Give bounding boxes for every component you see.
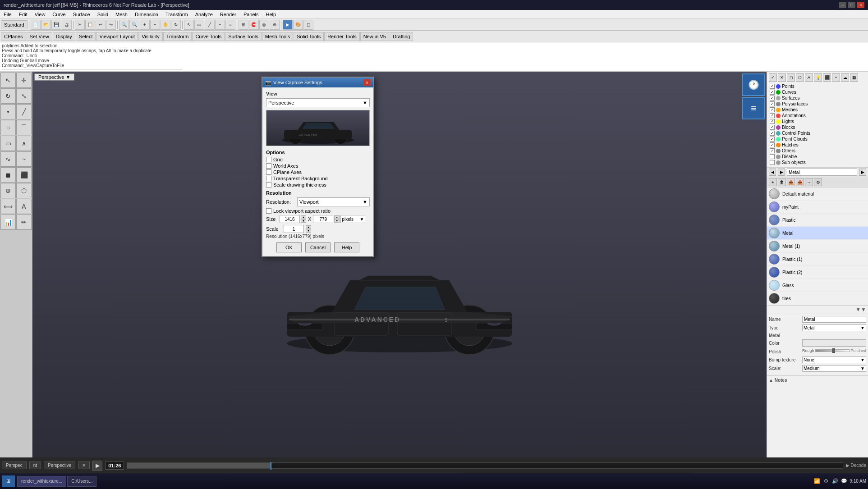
layer-annotations[interactable]: ✓ Annotations bbox=[769, 113, 866, 119]
minimize-button[interactable]: − bbox=[839, 2, 846, 8]
mat-search-input[interactable] bbox=[787, 169, 857, 176]
mat-nav-go[interactable]: ▶ bbox=[859, 169, 866, 176]
mat-export-icon[interactable]: 📤 bbox=[796, 178, 804, 186]
toolbar-new-v5[interactable]: New in V5 bbox=[360, 32, 389, 41]
viewport-area[interactable]: Perspective ▼ bbox=[32, 72, 767, 489]
sb-rect[interactable]: ▭ bbox=[0, 136, 16, 151]
tb-gumball[interactable]: ⊕ bbox=[270, 20, 280, 30]
menu-solid[interactable]: Solid bbox=[94, 10, 112, 18]
tray-gear-icon[interactable]: ⚙ bbox=[822, 478, 830, 485]
menu-file[interactable]: File bbox=[0, 10, 15, 18]
toolbar-select[interactable]: Select bbox=[76, 32, 96, 41]
mat-options-icon[interactable]: ⚙ bbox=[814, 178, 822, 186]
layers-light-icon[interactable]: 💡 bbox=[814, 73, 822, 82]
menu-transform[interactable]: Transform bbox=[162, 10, 192, 18]
sb-line[interactable]: ╱ bbox=[16, 104, 32, 119]
mat-metal[interactable]: Metal bbox=[767, 227, 868, 240]
menu-render[interactable]: Render bbox=[216, 10, 240, 18]
tb-point[interactable]: • bbox=[215, 20, 225, 30]
layers-check-icon[interactable]: ✓ bbox=[769, 73, 777, 82]
tb-circle[interactable]: ○ bbox=[225, 20, 235, 30]
menu-panels[interactable]: Panels bbox=[240, 10, 262, 18]
mat-plastic2[interactable]: Plastic (2) bbox=[767, 266, 868, 279]
toolbar-display[interactable]: Display bbox=[53, 32, 75, 41]
layer-blocks[interactable]: ✓ Blocks bbox=[769, 124, 866, 130]
sb-curve[interactable]: ∿ bbox=[0, 151, 16, 167]
toolbar-cplanes[interactable]: CPlanes bbox=[1, 32, 26, 41]
dialog-cb-grid-box[interactable] bbox=[266, 157, 271, 162]
tb-open[interactable]: 📂 bbox=[41, 20, 51, 30]
layer-points-checkbox[interactable]: ✓ bbox=[770, 84, 775, 89]
tb-zoom-in[interactable]: + bbox=[140, 20, 150, 30]
sb-text[interactable]: A bbox=[16, 199, 32, 214]
dialog-view-dropdown[interactable]: Perspective ▼ bbox=[266, 98, 370, 107]
dialog-width-up[interactable]: ▲ bbox=[301, 215, 306, 219]
mat-default[interactable]: Default material bbox=[767, 187, 868, 201]
prop-color-swatch[interactable] bbox=[802, 339, 866, 347]
layer-surfaces-checkbox[interactable]: ✓ bbox=[770, 96, 775, 101]
tb-zoom-out[interactable]: − bbox=[150, 20, 160, 30]
dialog-scale-input[interactable] bbox=[284, 225, 304, 233]
layers-block-icon[interactable]: ⬛ bbox=[823, 73, 831, 82]
dialog-cb-world-box[interactable] bbox=[266, 163, 271, 169]
toolbar-mesh-tools[interactable]: Mesh Tools bbox=[262, 32, 293, 41]
prop-type-dropdown[interactable]: Metal ▼ bbox=[802, 324, 866, 331]
dialog-close-button[interactable]: × bbox=[363, 79, 371, 86]
layer-pointclouds-checkbox[interactable]: ✓ bbox=[770, 137, 775, 142]
dialog-height-up[interactable]: ▲ bbox=[334, 215, 340, 219]
menu-help[interactable]: Help bbox=[262, 10, 280, 18]
float-clock-btn[interactable]: 🕐 bbox=[742, 73, 765, 96]
viewport-label[interactable]: Perspective ▼ bbox=[34, 73, 74, 81]
layer-curves-checkbox[interactable]: ✓ bbox=[770, 90, 775, 95]
sb-move[interactable]: ✛ bbox=[16, 73, 32, 88]
menu-mesh[interactable]: Mesh bbox=[112, 10, 131, 18]
tb-undo[interactable]: ↩ bbox=[96, 20, 106, 30]
mat-nav-forward[interactable]: ▶ bbox=[778, 169, 785, 176]
polish-handle[interactable] bbox=[832, 348, 835, 353]
tb-rotate[interactable]: ↻ bbox=[171, 20, 181, 30]
layer-others-checkbox[interactable]: ✓ bbox=[770, 148, 775, 153]
dialog-width-input[interactable] bbox=[280, 215, 300, 223]
layer-meshes-checkbox[interactable]: ✓ bbox=[770, 107, 775, 112]
tb-line[interactable]: ╱ bbox=[205, 20, 215, 30]
mat-mypaint[interactable]: myPaint bbox=[767, 201, 868, 214]
layer-polysurfaces-checkbox[interactable]: ✓ bbox=[770, 101, 775, 106]
toolbar-viewport-layout[interactable]: Viewport Layout bbox=[96, 32, 138, 41]
sb-polyline[interactable]: ∧ bbox=[16, 136, 32, 151]
menu-surface[interactable]: Surface bbox=[69, 10, 94, 18]
toolbar-curve-tools[interactable]: Curve Tools bbox=[192, 32, 225, 41]
layer-polysurfaces[interactable]: ✓ Polysurfaces bbox=[769, 101, 866, 107]
layer-lights-checkbox[interactable]: ✓ bbox=[770, 119, 775, 124]
toolbar-surface-tools[interactable]: Surface Tools bbox=[225, 32, 261, 41]
layers-mesh-icon[interactable]: ⬡ bbox=[796, 73, 804, 82]
prop-scale-dropdown[interactable]: Medium ▼ bbox=[802, 365, 866, 372]
tray-volume-icon[interactable]: 🔊 bbox=[831, 478, 839, 485]
close-button[interactable]: × bbox=[857, 2, 864, 8]
float-layers-btn[interactable]: ≡ bbox=[742, 97, 765, 119]
sb-circle[interactable]: ○ bbox=[0, 120, 16, 135]
tb-osnap[interactable]: ◎ bbox=[259, 20, 269, 30]
mat-add-icon[interactable]: + bbox=[769, 178, 777, 186]
layers-surface-icon[interactable]: ◻ bbox=[787, 73, 795, 82]
mat-metal1[interactable]: Metal (1) bbox=[767, 240, 868, 253]
sb-surface[interactable]: ◼ bbox=[0, 167, 16, 183]
toolbar-setview[interactable]: Set View bbox=[27, 32, 52, 41]
sb-scale[interactable]: ⤡ bbox=[16, 88, 32, 104]
tb-redo[interactable]: ↪ bbox=[106, 20, 116, 30]
menu-edit[interactable]: Edit bbox=[15, 10, 31, 18]
layer-hatches-checkbox[interactable]: ✓ bbox=[770, 142, 775, 147]
dialog-help-button[interactable]: Help bbox=[334, 242, 359, 252]
sb-point[interactable]: • bbox=[0, 104, 16, 119]
sb-arc[interactable]: ⌒ bbox=[16, 120, 32, 135]
menu-dimension[interactable]: Dimension bbox=[131, 10, 162, 18]
dialog-cancel-button[interactable]: Cancel bbox=[305, 242, 331, 252]
taskbar-start-btn[interactable]: ⊞ bbox=[2, 475, 15, 487]
layer-control-points[interactable]: ✓ Control Points bbox=[769, 130, 866, 136]
mat-delete-icon[interactable]: 🗑 bbox=[778, 178, 786, 186]
dialog-cb-cplane-box[interactable] bbox=[266, 169, 271, 175]
toolbar-transform[interactable]: Transform bbox=[163, 32, 192, 41]
mat-import-icon[interactable]: 📥 bbox=[787, 178, 795, 186]
layer-lights[interactable]: ✓ Lights bbox=[769, 119, 866, 124]
toolbar-drafting[interactable]: Drafting bbox=[390, 32, 413, 41]
tray-chat-icon[interactable]: 💬 bbox=[840, 478, 848, 485]
